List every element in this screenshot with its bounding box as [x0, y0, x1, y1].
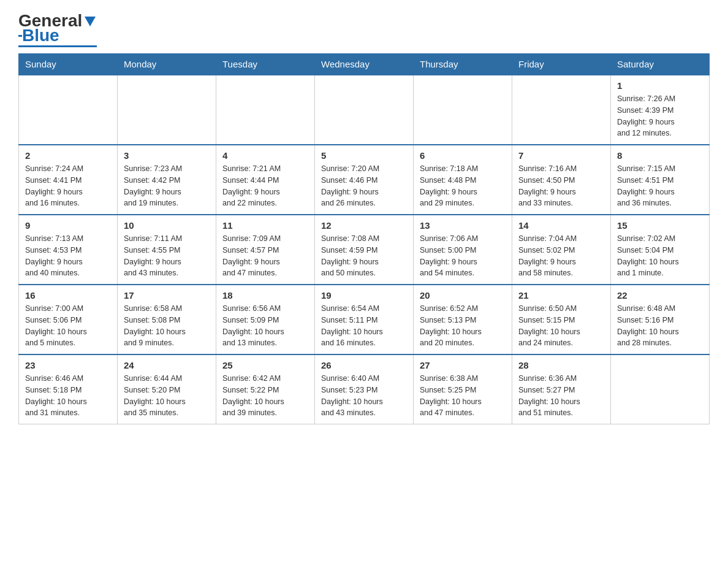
day-info: Sunrise: 6:48 AM Sunset: 5:16 PM Dayligh…: [617, 303, 703, 349]
day-cell-1: 1Sunrise: 7:26 AM Sunset: 4:39 PM Daylig…: [611, 75, 710, 145]
empty-cell: [118, 75, 216, 145]
day-cell-18: 18Sunrise: 6:56 AM Sunset: 5:09 PM Dayli…: [216, 285, 315, 354]
day-cell-21: 21Sunrise: 6:50 AM Sunset: 5:15 PM Dayli…: [512, 285, 611, 354]
day-number: 13: [420, 220, 506, 231]
weekday-header-sunday: Sunday: [19, 54, 118, 75]
day-cell-26: 26Sunrise: 6:40 AM Sunset: 5:23 PM Dayli…: [315, 354, 414, 424]
day-number: 10: [124, 220, 210, 231]
day-number: 16: [25, 290, 111, 301]
day-cell-9: 9Sunrise: 7:13 AM Sunset: 4:53 PM Daylig…: [19, 215, 118, 285]
day-info: Sunrise: 7:24 AM Sunset: 4:41 PM Dayligh…: [25, 163, 111, 209]
day-cell-16: 16Sunrise: 7:00 AM Sunset: 5:06 PM Dayli…: [19, 285, 118, 354]
day-cell-25: 25Sunrise: 6:42 AM Sunset: 5:22 PM Dayli…: [216, 354, 315, 424]
day-number: 19: [321, 290, 407, 301]
day-number: 18: [222, 290, 308, 301]
day-info: Sunrise: 7:11 AM Sunset: 4:55 PM Dayligh…: [124, 233, 210, 279]
day-cell-14: 14Sunrise: 7:04 AM Sunset: 5:02 PM Dayli…: [512, 215, 611, 285]
weekday-header-saturday: Saturday: [611, 54, 710, 75]
logo-underline: [18, 45, 97, 47]
day-info: Sunrise: 7:00 AM Sunset: 5:06 PM Dayligh…: [25, 303, 111, 349]
day-info: Sunrise: 7:26 AM Sunset: 4:39 PM Dayligh…: [617, 93, 703, 139]
empty-cell: [611, 354, 710, 424]
weekday-header-wednesday: Wednesday: [315, 54, 414, 75]
day-number: 21: [518, 290, 604, 301]
svg-marker-0: [85, 17, 96, 26]
day-cell-3: 3Sunrise: 7:23 AM Sunset: 4:42 PM Daylig…: [118, 145, 216, 215]
logo: General Blue: [18, 12, 97, 47]
day-info: Sunrise: 6:38 AM Sunset: 5:25 PM Dayligh…: [420, 373, 506, 419]
day-number: 4: [222, 150, 308, 161]
empty-cell: [414, 75, 512, 145]
day-cell-20: 20Sunrise: 6:52 AM Sunset: 5:13 PM Dayli…: [414, 285, 512, 354]
day-number: 22: [617, 290, 703, 301]
day-info: Sunrise: 7:18 AM Sunset: 4:48 PM Dayligh…: [420, 163, 506, 209]
day-info: Sunrise: 7:15 AM Sunset: 4:51 PM Dayligh…: [617, 163, 703, 209]
day-cell-7: 7Sunrise: 7:16 AM Sunset: 4:50 PM Daylig…: [512, 145, 611, 215]
day-cell-27: 27Sunrise: 6:38 AM Sunset: 5:25 PM Dayli…: [414, 354, 512, 424]
day-number: 1: [617, 80, 703, 91]
day-info: Sunrise: 7:13 AM Sunset: 4:53 PM Dayligh…: [25, 233, 111, 279]
logo-text-blue: Blue: [22, 27, 59, 44]
week-row-5: 23Sunrise: 6:46 AM Sunset: 5:18 PM Dayli…: [19, 354, 710, 424]
day-info: Sunrise: 7:04 AM Sunset: 5:02 PM Dayligh…: [518, 233, 604, 279]
day-cell-13: 13Sunrise: 7:06 AM Sunset: 5:00 PM Dayli…: [414, 215, 512, 285]
day-number: 28: [518, 360, 604, 370]
day-cell-19: 19Sunrise: 6:54 AM Sunset: 5:11 PM Dayli…: [315, 285, 414, 354]
day-info: Sunrise: 7:21 AM Sunset: 4:44 PM Dayligh…: [222, 163, 308, 209]
day-info: Sunrise: 7:02 AM Sunset: 5:04 PM Dayligh…: [617, 233, 703, 279]
day-info: Sunrise: 7:20 AM Sunset: 4:46 PM Dayligh…: [321, 163, 407, 209]
day-info: Sunrise: 6:46 AM Sunset: 5:18 PM Dayligh…: [25, 373, 111, 419]
day-info: Sunrise: 7:16 AM Sunset: 4:50 PM Dayligh…: [518, 163, 604, 209]
day-info: Sunrise: 7:08 AM Sunset: 4:59 PM Dayligh…: [321, 233, 407, 279]
day-number: 26: [321, 360, 407, 370]
day-cell-28: 28Sunrise: 6:36 AM Sunset: 5:27 PM Dayli…: [512, 354, 611, 424]
day-number: 24: [124, 360, 210, 370]
day-cell-12: 12Sunrise: 7:08 AM Sunset: 4:59 PM Dayli…: [315, 215, 414, 285]
day-number: 2: [25, 150, 111, 161]
day-cell-4: 4Sunrise: 7:21 AM Sunset: 4:44 PM Daylig…: [216, 145, 315, 215]
day-info: Sunrise: 6:58 AM Sunset: 5:08 PM Dayligh…: [124, 303, 210, 349]
day-info: Sunrise: 6:52 AM Sunset: 5:13 PM Dayligh…: [420, 303, 506, 349]
day-info: Sunrise: 6:54 AM Sunset: 5:11 PM Dayligh…: [321, 303, 407, 349]
day-cell-6: 6Sunrise: 7:18 AM Sunset: 4:48 PM Daylig…: [414, 145, 512, 215]
weekday-header-tuesday: Tuesday: [216, 54, 315, 75]
empty-cell: [512, 75, 611, 145]
calendar-table: SundayMondayTuesdayWednesdayThursdayFrid…: [18, 53, 710, 424]
day-info: Sunrise: 6:42 AM Sunset: 5:22 PM Dayligh…: [222, 373, 308, 419]
day-info: Sunrise: 7:23 AM Sunset: 4:42 PM Dayligh…: [124, 163, 210, 209]
day-info: Sunrise: 7:06 AM Sunset: 5:00 PM Dayligh…: [420, 233, 506, 279]
day-cell-24: 24Sunrise: 6:44 AM Sunset: 5:20 PM Dayli…: [118, 354, 216, 424]
day-number: 12: [321, 220, 407, 231]
empty-cell: [216, 75, 315, 145]
day-number: 5: [321, 150, 407, 161]
weekday-header-row: SundayMondayTuesdayWednesdayThursdayFrid…: [19, 54, 710, 75]
weekday-header-friday: Friday: [512, 54, 611, 75]
day-number: 11: [222, 220, 308, 231]
week-row-3: 9Sunrise: 7:13 AM Sunset: 4:53 PM Daylig…: [19, 215, 710, 285]
day-info: Sunrise: 6:44 AM Sunset: 5:20 PM Dayligh…: [124, 373, 210, 419]
day-number: 9: [25, 220, 111, 231]
day-number: 20: [420, 290, 506, 301]
weekday-header-monday: Monday: [118, 54, 216, 75]
day-cell-2: 2Sunrise: 7:24 AM Sunset: 4:41 PM Daylig…: [19, 145, 118, 215]
week-row-4: 16Sunrise: 7:00 AM Sunset: 5:06 PM Dayli…: [19, 285, 710, 354]
day-cell-5: 5Sunrise: 7:20 AM Sunset: 4:46 PM Daylig…: [315, 145, 414, 215]
day-info: Sunrise: 6:50 AM Sunset: 5:15 PM Dayligh…: [518, 303, 604, 349]
empty-cell: [315, 75, 414, 145]
day-cell-10: 10Sunrise: 7:11 AM Sunset: 4:55 PM Dayli…: [118, 215, 216, 285]
week-row-1: 1Sunrise: 7:26 AM Sunset: 4:39 PM Daylig…: [19, 75, 710, 145]
day-cell-22: 22Sunrise: 6:48 AM Sunset: 5:16 PM Dayli…: [611, 285, 710, 354]
day-number: 15: [617, 220, 703, 231]
day-number: 25: [222, 360, 308, 370]
day-info: Sunrise: 6:40 AM Sunset: 5:23 PM Dayligh…: [321, 373, 407, 419]
day-info: Sunrise: 7:09 AM Sunset: 4:57 PM Dayligh…: [222, 233, 308, 279]
day-info: Sunrise: 6:56 AM Sunset: 5:09 PM Dayligh…: [222, 303, 308, 349]
day-number: 17: [124, 290, 210, 301]
day-number: 27: [420, 360, 506, 370]
day-info: Sunrise: 6:36 AM Sunset: 5:27 PM Dayligh…: [518, 373, 604, 419]
page-header: General Blue: [18, 12, 710, 47]
logo-triangle-icon: [83, 14, 97, 28]
day-number: 8: [617, 150, 703, 161]
day-cell-8: 8Sunrise: 7:15 AM Sunset: 4:51 PM Daylig…: [611, 145, 710, 215]
day-number: 6: [420, 150, 506, 161]
